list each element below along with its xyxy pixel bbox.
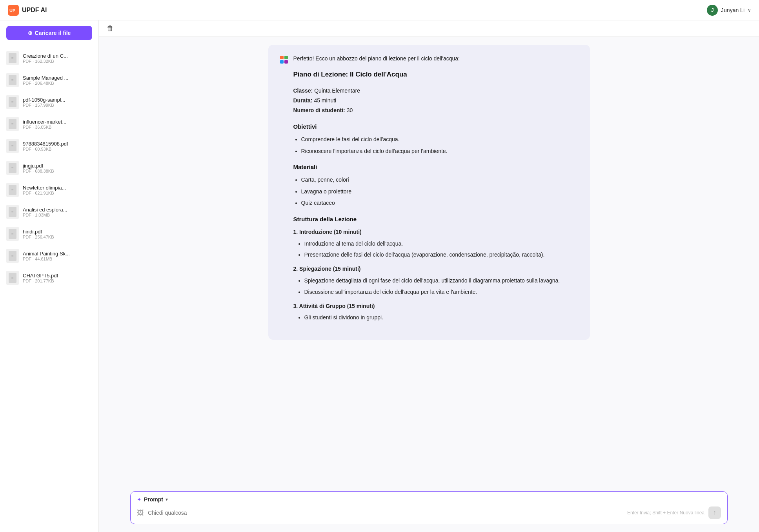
content-area: 🗑 Perfetto! Ecco un abbozzo del piano di… [99,20,759,532]
durata-value: 45 minuti [314,97,336,104]
bullet-item-0-1: Riconoscere l'importanza del ciclo dell'… [301,147,579,156]
section-heading-1: Materiali [293,162,579,172]
sidebar-file-item[interactable]: Creazione di un C... PDF · 162.32KB [0,47,98,69]
upload-button[interactable]: ⊕ Caricare il file [6,26,92,40]
sub-bullet-item-2-2-0: Gli studenti si dividono in gruppi. [304,313,579,322]
sidebar: ⊕ Caricare il file Creazione di un C... … [0,20,99,532]
svg-rect-2 [280,56,284,59]
file-icon-10 [6,271,19,285]
file-name-7: Analisi ed esplora... [23,207,67,213]
file-icon-3 [6,117,19,131]
logo-icon: UP [8,5,19,16]
file-name-5: jingju.pdf [23,163,54,169]
sidebar-file-item[interactable]: Analisi ed esplora... PDF · 1.03MB [0,201,98,223]
ordered-item-2-0: 1. Introduzione (10 minuti)Introduzione … [293,228,579,260]
sidebar-file-item[interactable]: jingju.pdf PDF · 688.38KB [0,157,98,179]
chat-messages: Perfetto! Ecco un abbozzo del piano di l… [99,37,759,486]
list-number: 1. [293,229,300,235]
section-heading-0: Obiettivi [293,122,579,132]
sidebar-file-item[interactable]: CHATGPT5.pdf PDF · 201.77KB [0,267,98,289]
file-name-10: CHATGPT5.pdf [23,273,58,279]
file-icon-7 [6,205,19,219]
file-info-0: Creazione di un C... PDF · 162.32KB [23,53,68,64]
prompt-label: Prompt [144,496,163,503]
file-info-5: jingju.pdf PDF · 688.38KB [23,163,54,173]
file-info-9: Animal Painting Sk... PDF · 44.61MB [23,251,70,261]
prompt-bar-top: ✦ Prompt ▾ [137,496,721,503]
prompt-dropdown-toggle[interactable]: ▾ [166,497,168,502]
svg-rect-3 [284,56,288,59]
file-meta-10: PDF · 201.77KB [23,279,58,283]
ordered-item-title: Spiegazione (15 minuti) [299,266,360,272]
ordered-item-2-2: 3. Attività di Gruppo (15 minuti)Gli stu… [293,302,579,323]
chevron-down-icon[interactable]: ∨ [748,7,751,13]
sidebar-file-item[interactable]: pdf-1050g-sampl... PDF · 157.99KB [0,91,98,113]
file-icon-6 [6,183,19,197]
sub-bullet-2-2: Gli studenti si dividono in gruppi. [293,313,579,322]
file-icon-8 [6,227,19,241]
topbar-right: J Junyan Li ∨ [707,5,751,16]
ai-brand-icon [279,55,289,64]
file-info-7: Analisi ed esplora... PDF · 1.03MB [23,207,67,217]
topbar: UP UPDF AI J Junyan Li ∨ [0,0,759,20]
file-icon-2 [6,95,19,109]
file-meta-1: PDF · 206.48KB [23,81,68,86]
file-info-2: pdf-1050g-sampl... PDF · 157.99KB [23,97,65,107]
prompt-input-row: 🖼 Enter Invia; Shift + Enter Nuova linea… [137,506,721,519]
logo-text: UPDF AI [22,7,47,14]
lesson-title: Piano di Lezione: Il Ciclo dell'Acqua [293,69,579,80]
sidebar-file-item[interactable]: influencer-market... PDF · 36.05KB [0,113,98,135]
file-name-0: Creazione di un C... [23,53,68,59]
bullet-item-1-2: Quiz cartaceo [301,199,579,208]
file-info-4: 9788834815908.pdf PDF · 60.93KB [23,141,68,151]
file-info-1: Sample Managed ... PDF · 206.48KB [23,75,68,86]
file-icon-4 [6,139,19,153]
classe-label: Classe: [293,87,313,94]
ai-intro: Perfetto! Ecco un abbozzo del piano di l… [293,54,579,64]
svg-text:UP: UP [9,8,15,13]
prompt-input[interactable] [148,510,623,516]
file-list: Creazione di un C... PDF · 162.32KB Samp… [0,46,98,290]
list-number: 3. [293,303,299,309]
ai-message: Perfetto! Ecco un abbozzo del piano di l… [268,45,590,340]
classe-value: Quinta Elementare [314,87,360,94]
sidebar-file-item[interactable]: Sample Managed ... PDF · 206.48KB [0,69,98,91]
prompt-send-button[interactable]: ↑ [708,506,721,519]
durata-label: Durata: [293,97,313,104]
topbar-left: UP UPDF AI [8,5,47,16]
main-layout: ⊕ Caricare il file Creazione di un C... … [0,20,759,532]
ordered-item-title: Introduzione (10 minuti) [299,229,362,235]
file-info-8: hindi.pdf PDF · 256.47KB [23,229,54,239]
numero-label: Numero di studenti: [293,107,345,113]
file-info-10: CHATGPT5.pdf PDF · 201.77KB [23,273,58,283]
prompt-hint: Enter Invia; Shift + Enter Nuova linea [627,510,704,516]
file-name-6: Newletter olimpia... [23,185,66,191]
sub-bullet-2-0: Introduzione al tema del ciclo dell'acqu… [293,239,579,260]
trash-icon[interactable]: 🗑 [107,24,114,32]
sidebar-file-item[interactable]: 9788834815908.pdf PDF · 60.93KB [0,135,98,157]
sidebar-file-item[interactable]: Newletter olimpia... PDF · 621.91KB [0,179,98,201]
file-meta-4: PDF · 60.93KB [23,147,68,151]
spark-icon: ✦ [137,496,142,503]
bullet-item-0-0: Comprendere le fasi del ciclo dell'acqua… [301,135,579,144]
numero-value: 30 [347,107,353,113]
sidebar-file-item[interactable]: Animal Painting Sk... PDF · 44.61MB [0,245,98,267]
sub-bullet-item-2-1-1: Discussione sull'importanza del ciclo de… [304,288,579,297]
sub-bullet-item-2-0-1: Presentazione delle fasi del ciclo dell'… [304,250,579,260]
sidebar-file-item[interactable]: hindi.pdf PDF · 256.47KB [0,223,98,245]
file-meta-8: PDF · 256.47KB [23,235,54,239]
ordered-list-2: 1. Introduzione (10 minuti)Introduzione … [293,228,579,322]
file-meta-0: PDF · 162.32KB [23,59,68,64]
file-name-2: pdf-1050g-sampl... [23,97,65,103]
file-meta-5: PDF · 688.38KB [23,169,54,173]
file-icon-9 [6,249,19,263]
user-name: Junyan Li [721,7,744,13]
file-info-3: influencer-market... PDF · 36.05KB [23,119,66,129]
file-name-8: hindi.pdf [23,229,54,235]
bullet-list-1: Carta, penne, coloriLavagna o proiettore… [293,175,579,208]
ai-message-text: Perfetto! Ecco un abbozzo del piano di l… [293,54,579,327]
ordered-item-2-1: 2. Spiegazione (15 minuti)Spiegazione de… [293,264,579,297]
file-meta-3: PDF · 36.05KB [23,125,66,129]
bullet-item-1-1: Lavagna o proiettore [301,187,579,197]
lesson-meta: Classe: Quinta Elementare Durata: 45 min… [293,86,579,116]
